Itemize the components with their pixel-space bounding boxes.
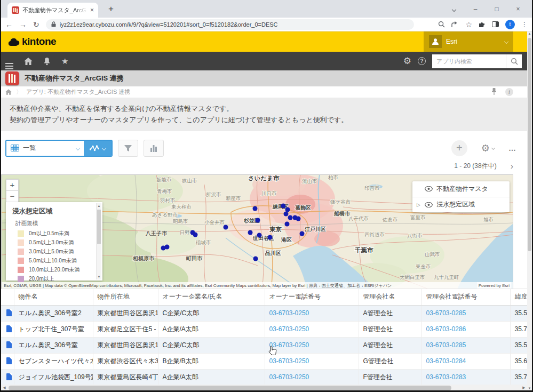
graph-view-button[interactable] — [84, 141, 112, 156]
column-header[interactable] — [0, 289, 14, 305]
forward-button[interactable]: → — [19, 20, 27, 29]
property-map-point[interactable] — [224, 225, 228, 229]
search-tabs-icon[interactable] — [438, 21, 445, 28]
extensions-puzzle-icon[interactable] — [479, 21, 486, 28]
property-map-point[interactable] — [281, 203, 286, 208]
property-map-point[interactable] — [248, 230, 253, 235]
add-record-button[interactable]: + — [451, 140, 467, 156]
home-icon[interactable] — [24, 58, 33, 65]
column-header[interactable]: 物件名 — [14, 289, 93, 305]
scroll-down-icon[interactable]: ▼ — [97, 275, 101, 278]
column-header[interactable]: 物件所在地 — [93, 289, 158, 305]
property-map-point[interactable] — [288, 215, 293, 220]
share-icon[interactable] — [451, 21, 459, 28]
eye-icon[interactable] — [425, 186, 433, 191]
eye-icon[interactable] — [425, 202, 433, 207]
column-header[interactable]: オーナー電話番号 — [265, 289, 359, 305]
search-button[interactable] — [506, 54, 522, 68]
new-tab-button[interactable]: + — [105, 3, 117, 16]
scrollbar-thumb[interactable] — [9, 386, 451, 390]
favorites-star-icon[interactable]: ★ — [61, 57, 68, 66]
scroll-up-icon[interactable]: ▲ — [97, 204, 101, 207]
chart-button[interactable] — [144, 140, 164, 157]
record-document-icon[interactable] — [6, 325, 12, 332]
help-icon[interactable]: ? — [418, 57, 426, 65]
view-dropdown[interactable]: 一覧 — [6, 141, 84, 156]
column-header[interactable]: 管理会社名 — [359, 289, 421, 305]
table-row[interactable]: セブンスターハイツ代々木館_1…東京都渋谷区代々木3丁…B企業/B太郎03-67… — [0, 353, 527, 369]
phone-link[interactable]: 03-6703-0250 — [269, 373, 309, 381]
hamburger-menu-icon[interactable] — [5, 57, 13, 66]
window-minimize-button[interactable]: – — [465, 5, 486, 13]
record-document-icon[interactable] — [6, 341, 12, 348]
window-maximize-button[interactable]: □ — [486, 5, 507, 13]
map-panel[interactable]: 飯能市狭山市さいたま市流山市柏市印西市所沢市新座市川口市青梅市羽村市東大和市あき… — [1, 174, 513, 290]
phone-link[interactable]: 03-6703-0285 — [426, 341, 466, 349]
property-map-point[interactable] — [253, 256, 258, 261]
window-close-button[interactable]: × — [507, 5, 529, 13]
phone-link[interactable]: 03-6703-0250 — [269, 309, 309, 317]
url-bar[interactable]: iyz2z1ez9ear.cybozu.com/k/9/?q&view=5120… — [46, 19, 414, 30]
browser-profile-avatar[interactable]: t — [505, 20, 515, 29]
record-icon-cell[interactable] — [0, 321, 14, 337]
scroll-down-icon[interactable]: ▼ — [527, 387, 532, 390]
kintone-logo[interactable]: kintone — [7, 36, 56, 47]
column-header[interactable]: 管理会社電話番号 — [421, 289, 510, 305]
phone-link[interactable]: 03-6703-0286 — [426, 325, 466, 333]
column-header[interactable]: オーナー企業名/氏名 — [158, 289, 265, 305]
more-options-button[interactable]: … — [508, 144, 516, 153]
table-row[interactable]: エルム奥沢_306号室東京都世田谷区奥沢1…C企業/C太郎03-6703-025… — [0, 337, 527, 353]
app-search-input[interactable] — [432, 54, 506, 68]
table-row[interactable]: ジョイフル池袋西_109号室東京都豊島区長崎4丁目…A企業/A太郎03-6703… — [0, 369, 527, 385]
property-map-point[interactable] — [257, 233, 262, 237]
record-document-icon[interactable] — [6, 357, 12, 364]
record-document-icon[interactable] — [6, 309, 12, 316]
filter-button[interactable] — [118, 140, 138, 157]
legend-scrollbar[interactable]: ▲ ▼ — [96, 203, 101, 279]
phone-link[interactable]: 03-6703-0283 — [426, 373, 466, 381]
info-icon[interactable]: i — [505, 88, 513, 96]
tab-close-icon[interactable]: × — [90, 6, 94, 14]
property-map-point[interactable] — [193, 232, 198, 237]
property-map-point[interactable] — [256, 218, 260, 222]
property-map-point[interactable] — [285, 221, 290, 226]
record-icon-cell[interactable] — [0, 353, 14, 369]
notifications-bell-icon[interactable] — [43, 57, 51, 66]
tab-search-icon[interactable] — [443, 5, 465, 13]
phone-link[interactable]: 03-6703-0285 — [426, 309, 466, 317]
phone-link[interactable]: 03-6703-0250 — [269, 341, 309, 349]
property-map-point[interactable] — [268, 235, 273, 239]
next-page-button[interactable]: › — [511, 162, 513, 171]
table-row[interactable]: エルム奥沢_306号室2東京都世田谷区奥沢1…C企業/C太郎03-6703-02… — [0, 305, 527, 321]
breadcrumb-home-icon[interactable] — [5, 89, 12, 95]
property-map-point[interactable] — [165, 244, 170, 249]
user-menu[interactable]: Esri — [424, 31, 513, 52]
zoom-out-button[interactable]: − — [6, 191, 19, 203]
record-icon-cell[interactable] — [0, 337, 14, 353]
table-row[interactable]: トップ北千住_307号室東京都足立区千住5 - 3…A企業/A太郎03-6703… — [0, 321, 527, 337]
page-vertical-scrollbar[interactable]: ▲ ▼ — [527, 31, 532, 390]
column-header[interactable]: 緯度 — [510, 289, 527, 305]
layer-item-properties[interactable]: ▷ 不動産物件マスタ — [412, 181, 510, 197]
record-icon-cell[interactable] — [0, 369, 14, 385]
record-document-icon[interactable] — [6, 373, 12, 380]
browser-tab[interactable]: 不動産物件マスタ_ArcGIS 連携 - × — [7, 3, 98, 18]
refresh-button[interactable]: ↻ — [33, 20, 39, 29]
property-map-point[interactable] — [253, 206, 258, 211]
bookmark-star-icon[interactable]: ☆ — [465, 20, 472, 29]
phone-link[interactable]: 03-6703-0250 — [269, 325, 309, 333]
scrollbar-thumb[interactable] — [528, 38, 531, 251]
phone-link[interactable]: 03-6703-0284 — [426, 357, 466, 365]
property-map-point[interactable] — [296, 216, 301, 221]
scrollbar-thumb[interactable] — [97, 210, 101, 244]
browser-menu-icon[interactable]: ⋮ — [521, 21, 528, 28]
side-panel-icon[interactable] — [492, 21, 499, 27]
property-map-point[interactable] — [284, 211, 289, 216]
phone-link[interactable]: 03-6703-0250 — [269, 357, 309, 365]
back-button[interactable]: ← — [5, 20, 13, 29]
property-map-point[interactable] — [300, 231, 305, 236]
pin-icon[interactable] — [491, 88, 497, 96]
property-map-point[interactable] — [285, 207, 290, 212]
scroll-up-icon[interactable]: ▲ — [527, 32, 532, 35]
app-settings-button[interactable]: ⚙ — [481, 142, 495, 154]
